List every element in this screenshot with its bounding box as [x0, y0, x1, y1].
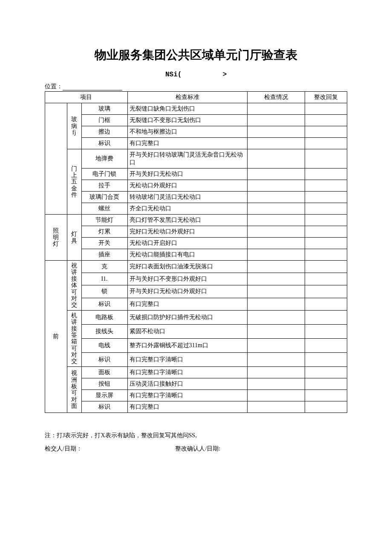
status-cell[interactable] [247, 138, 305, 149]
standard-cell: 有口完整口字清晰口 [127, 389, 247, 401]
standard-cell: 整齐口外露铜线不超过311m口 [127, 338, 247, 352]
standard-cell: 完好口表面划伤口油漆无脱落口 [127, 261, 247, 273]
reply-cell[interactable] [305, 389, 347, 401]
item-cell: 电线 [81, 338, 127, 352]
reply-cell[interactable] [305, 180, 347, 192]
reply-cell[interactable] [305, 138, 347, 149]
reply-cell[interactable] [305, 261, 347, 273]
standard-cell: 开与关好口无松动口外观好口 [127, 285, 247, 298]
standard-cell: 无松动口能插接口有电口 [127, 249, 247, 261]
status-cell[interactable] [247, 180, 305, 192]
item-cell: 面板 [81, 366, 127, 378]
item-cell: 接线头 [81, 324, 127, 338]
reply-cell[interactable] [305, 249, 347, 261]
status-cell[interactable] [247, 352, 305, 366]
reply-cell[interactable] [305, 192, 347, 203]
item-cell: I1. [81, 273, 127, 285]
reply-cell[interactable] [305, 298, 347, 310]
item-cell: 插座 [81, 249, 127, 261]
item-cell: 螺丝 [81, 203, 127, 215]
group-level2: 视洲板可对面 [67, 366, 81, 413]
item-cell: 标识 [81, 352, 127, 366]
status-cell[interactable] [247, 126, 305, 138]
table-row: 按钮压动灵活口接触好口 [45, 378, 347, 389]
standard-cell: 有口完整口 [127, 138, 247, 149]
status-cell[interactable] [247, 378, 305, 389]
standard-cell: 转动玻堵门灵活口无松动口 [127, 192, 247, 203]
reply-cell[interactable] [305, 324, 347, 338]
status-cell[interactable] [247, 192, 305, 203]
reply-cell[interactable] [305, 378, 347, 389]
table-row: 门框无裂缝口不变形口无划伤口 [45, 115, 347, 126]
standard-cell: 有口完整口 [127, 401, 247, 413]
status-cell[interactable] [247, 285, 305, 298]
reply-cell[interactable] [305, 115, 347, 126]
standard-cell: 亮口灯管不发黑口无松动口 [127, 215, 247, 226]
table-row: 电线整齐口外露铜线不超过311m口 [45, 338, 347, 352]
reply-cell[interactable] [305, 126, 347, 138]
group-level2: 机讲接筌箱可对交 [67, 310, 81, 366]
status-cell[interactable] [247, 249, 305, 261]
reply-cell[interactable] [305, 401, 347, 413]
reply-cell[interactable] [305, 169, 347, 180]
item-cell: 电子门锁 [81, 169, 127, 180]
status-cell[interactable] [247, 103, 305, 115]
item-cell: 门框 [81, 115, 127, 126]
table-row: 插座无松动口能插接口有电口 [45, 249, 347, 261]
group-level1 [45, 103, 67, 215]
table-row: I1.开与关好口不变形口外观好口 [45, 273, 347, 285]
status-cell[interactable] [247, 169, 305, 180]
reply-cell[interactable] [305, 366, 347, 378]
standard-cell: 有口完整口字清晰口 [127, 366, 247, 378]
standard-cell: 齐全口无松动口 [127, 203, 247, 215]
reply-cell[interactable] [305, 310, 347, 324]
status-cell[interactable] [247, 324, 305, 338]
reply-cell[interactable] [305, 103, 347, 115]
reply-cell[interactable] [305, 215, 347, 226]
reply-cell[interactable] [305, 285, 347, 298]
status-cell[interactable] [247, 226, 305, 238]
status-cell[interactable] [247, 149, 305, 169]
item-cell: 拉手 [81, 180, 127, 192]
location-field[interactable] [63, 90, 122, 90]
reply-cell[interactable] [305, 238, 347, 249]
status-cell[interactable] [247, 366, 305, 378]
standard-cell: 有口完整口 [127, 298, 247, 310]
header-project: 项目 [45, 92, 128, 103]
subcode-right: > [222, 71, 227, 78]
standard-cell: 不和地与枢擦边口 [127, 126, 247, 138]
reply-cell[interactable] [305, 203, 347, 215]
reply-cell[interactable] [305, 149, 347, 169]
status-cell[interactable] [247, 215, 305, 226]
status-cell[interactable] [247, 203, 305, 215]
status-cell[interactable] [247, 310, 305, 324]
table-row: 视洲板可对面面板有口完整口字清晰口 [45, 366, 347, 378]
item-cell: 标识 [81, 401, 127, 413]
status-cell[interactable] [247, 261, 305, 273]
reply-cell[interactable] [305, 338, 347, 352]
item-cell: 锁 [81, 285, 127, 298]
table-row: 标识有口完整口 [45, 138, 347, 149]
group-level1: 照明灯 [45, 215, 67, 261]
reply-cell[interactable] [305, 226, 347, 238]
standard-cell: 紧固不松动口 [127, 324, 247, 338]
item-cell: 地弹费 [81, 149, 127, 169]
status-cell[interactable] [247, 273, 305, 285]
standard-cell: 开与关好口无松动口 [127, 169, 247, 180]
reply-cell[interactable] [305, 352, 347, 366]
status-cell[interactable] [247, 401, 305, 413]
status-cell[interactable] [247, 115, 305, 126]
table-row: 标识有口完整口字清晰口 [45, 352, 347, 366]
status-cell[interactable] [247, 298, 305, 310]
table-row: 灯累完好口无松动口外观好口 [45, 226, 347, 238]
standard-cell: 无松动口开启好口 [127, 238, 247, 249]
item-cell: 节能灯 [81, 215, 127, 226]
table-row: 标识有口完整口 [45, 298, 347, 310]
reply-cell[interactable] [305, 273, 347, 285]
status-cell[interactable] [247, 238, 305, 249]
table-row: 门上五金件地弹费开与关好口转动玻璃门灵活无杂音口无松动口 [45, 149, 347, 169]
page-title: 物业服务集团公共区域单元门厅验查表 [45, 47, 347, 63]
header-reply: 整改回复 [305, 92, 347, 103]
status-cell[interactable] [247, 338, 305, 352]
status-cell[interactable] [247, 389, 305, 401]
